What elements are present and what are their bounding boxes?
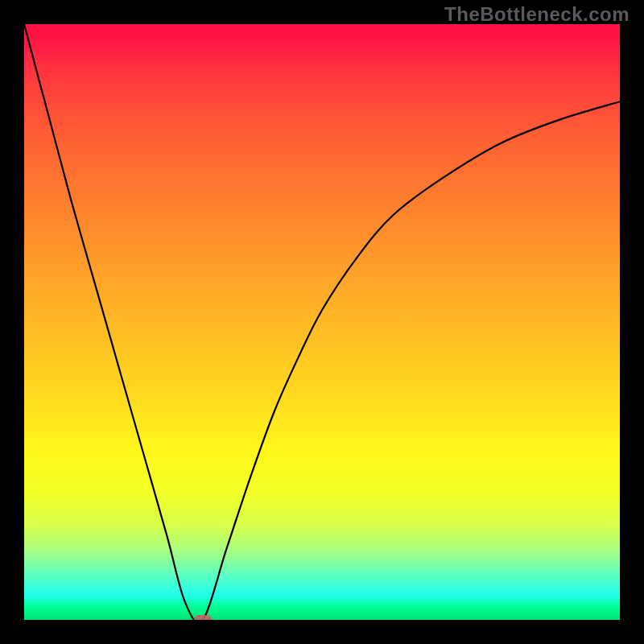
watermark-text: TheBottleneck.com	[444, 3, 630, 26]
chart-area	[24, 24, 620, 620]
curve-path	[24, 24, 620, 620]
bottleneck-curve	[24, 24, 620, 620]
min-point-marker	[194, 615, 212, 620]
